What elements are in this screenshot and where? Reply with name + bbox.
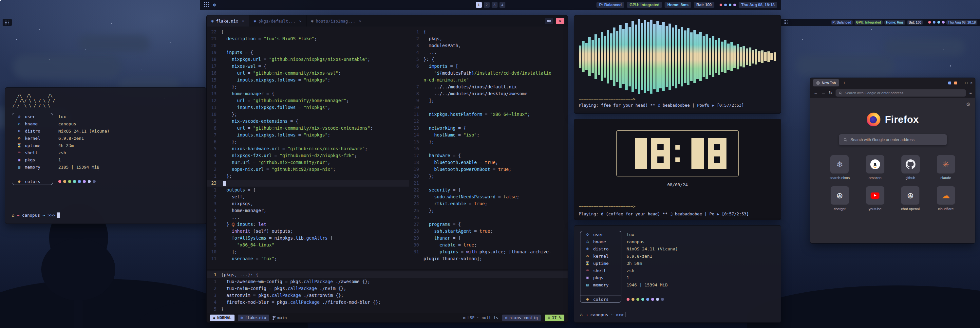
buffer-close-button[interactable]: × [556, 18, 564, 24]
cava-bar [733, 46, 736, 68]
now-playing-text: Playing: d (coffee for your head) ** ♫ b… [579, 211, 776, 216]
github-icon [906, 159, 915, 169]
code-line: 17 hardware = { [409, 152, 568, 159]
shortcut-chat.openai[interactable]: ⊛chat.openai [901, 186, 920, 211]
new-tab-button[interactable]: + [841, 80, 848, 86]
tray-icon[interactable] [720, 3, 722, 6]
shell-prompt[interactable]: ⌂ → canopus ~ >>> [12, 212, 200, 218]
color-dot [641, 298, 644, 301]
fetch-value-memory: 1946 | 15394 MiB [627, 281, 775, 288]
fetch-value-user: tux [58, 113, 200, 120]
tray-icon[interactable] [733, 3, 736, 6]
color-dot [661, 298, 664, 301]
tray-icon[interactable] [729, 3, 732, 6]
extension-icon[interactable] [954, 81, 957, 84]
app-menu-button[interactable] [204, 2, 208, 8]
cava-bar [650, 20, 652, 93]
git-branch-icon [272, 316, 276, 320]
menu-button[interactable]: ≡ [969, 90, 972, 95]
editor-pane-pkgs-default[interactable]: 1{pkgs, ...}: {1 tux-awesome-wm-config =… [207, 269, 568, 313]
lsp-status: ⚙LSP ~ null-ls [463, 315, 498, 320]
distro-icon: ❄ [17, 128, 22, 133]
color-dot [646, 298, 649, 301]
code-line: 6 }; [207, 138, 409, 145]
cloudflare-icon: ☁ [942, 192, 950, 200]
shortcut-claude[interactable]: ✳claude [937, 155, 955, 180]
back-button[interactable]: ← [814, 90, 818, 95]
editor-tab-pkgs/default...[interactable]: ❄pkgs/default...× [249, 15, 307, 27]
code-line: 11 username = "tux"; [207, 255, 409, 262]
tray-icon[interactable] [724, 3, 727, 6]
code-line: 14 }; [207, 84, 409, 90]
browser-tab-new-tab[interactable]: New Tab [813, 79, 839, 86]
editor-tab-flake.nix[interactable]: ❄flake.nix× [207, 15, 249, 27]
cava-bar [628, 27, 631, 86]
shortcut-chatgpt[interactable]: ⊛chatgpt [830, 186, 849, 211]
code-line: 11 nixpkgs.hostPlatform = "x86_64-linux"… [409, 111, 568, 118]
code-line: 18 bluetooth.enable = true; [409, 159, 568, 166]
shortcut-amazon[interactable]: aamazon [866, 155, 885, 180]
code-line: 10 }; [207, 111, 409, 118]
shortcut-search.nixos[interactable]: ❄search.nixos [830, 155, 850, 180]
minimize-button[interactable]: − [960, 81, 962, 85]
code-line: 3 nixpkgs, [207, 200, 409, 207]
workspace-4[interactable]: 4 [500, 2, 505, 8]
maximize-button[interactable]: □ [965, 81, 967, 85]
tray-icon[interactable] [937, 21, 940, 24]
code-line: 3 modulesPath, [409, 42, 568, 49]
search-bar[interactable]: Search with Google or enter address [839, 134, 947, 145]
extension-icon[interactable] [948, 81, 951, 84]
editor-tab-hosts/isoImag...[interactable]: ❄hosts/isoImag...× [307, 15, 366, 27]
cava-bar [644, 20, 646, 93]
memory-icon: ▤ [585, 282, 590, 287]
uptime-icon: ⌛ [585, 261, 590, 265]
shortcut-youtube[interactable]: youtube [866, 186, 885, 211]
pkgs-icon: ▣ [585, 275, 590, 280]
cava-bar [749, 48, 751, 66]
tray-icon[interactable] [928, 21, 931, 24]
address-bar[interactable]: Search with Google or enter address [835, 89, 966, 97]
code-line: 5}: { [409, 56, 568, 63]
reload-button[interactable]: ↻ [829, 90, 832, 95]
tab-close-icon[interactable]: × [242, 19, 244, 24]
cava-bar [740, 47, 742, 66]
tray-icon[interactable] [942, 21, 945, 24]
shortcut-cloudflare[interactable]: ☁cloudflare [937, 186, 955, 211]
eye-toggle-button[interactable] [545, 18, 553, 24]
status-badges: P: BalancedGPU: IntegratedHome: 6msBat: … [829, 20, 923, 25]
tab-close-icon[interactable]: × [299, 19, 302, 24]
code-line: 11 inputs.nixpkgs.follows = "nixpkgs"; [207, 104, 409, 111]
fetch-label-kernel: ⚙kernel [580, 252, 621, 260]
workspace-1[interactable]: 1 [476, 2, 482, 8]
color-dot [636, 298, 640, 301]
shell-prompt[interactable]: ⌂ → canopus ~ >>> [580, 312, 775, 317]
nix-icon: ❄ [505, 315, 508, 320]
tab-close-icon[interactable]: × [359, 19, 362, 24]
cava-bar [703, 36, 705, 77]
fetch-label-memory: ▤memory [12, 163, 53, 171]
left-monitor-menu-button[interactable] [3, 19, 12, 26]
personalize-gear-icon[interactable]: ⚙ [966, 101, 970, 107]
clock-digit [685, 138, 704, 169]
code-line: 9 "x86_64-linux" [207, 242, 409, 249]
color-dot [632, 298, 635, 301]
fetch-value-hname: canopus [627, 238, 775, 245]
fetch-label-colors: ●colors [580, 296, 621, 303]
shortcut-github[interactable]: github [901, 155, 920, 180]
fetch-label-shell: ⌨shell [580, 267, 621, 274]
editor-pane-flake-nix[interactable]: 22{21 description = "tux's NixOS Flake";… [207, 27, 409, 269]
workspace-2[interactable]: 2 [484, 2, 490, 8]
forward-button[interactable]: → [821, 90, 826, 95]
cava-bar [770, 53, 773, 60]
editor-pane-iso-config[interactable]: 1{2 pkgs,3 modulesPath,4 ...5}: {6 impor… [409, 27, 568, 269]
close-button[interactable]: × [970, 81, 972, 85]
code-line: 3 astronvim = pkgs.callPackage ./astronv… [207, 292, 568, 299]
app-menu-button[interactable] [784, 20, 789, 25]
fetch-label-uptime: ⌛uptime [580, 260, 621, 267]
color-dot [651, 298, 654, 301]
prompt-text: ⌂ → canopus ~ >>> [580, 312, 624, 317]
shortcut-grid: ❄search.nixosaamazongithub✳claude⊛chatgp… [823, 155, 963, 211]
workspace-3[interactable]: 3 [492, 2, 498, 8]
tray-icon[interactable] [933, 21, 935, 24]
cava-bar [592, 40, 594, 73]
